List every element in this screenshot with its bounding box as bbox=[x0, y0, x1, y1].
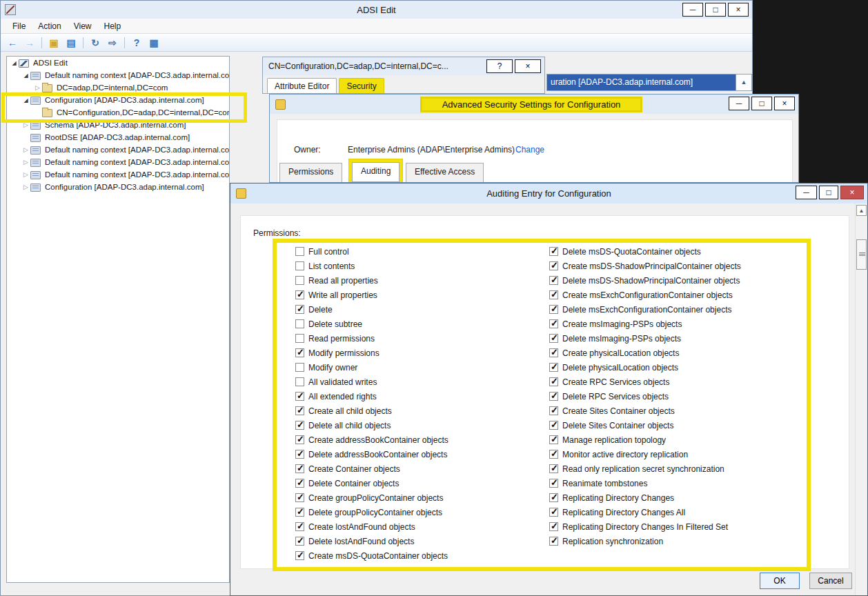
checked-checkbox[interactable] bbox=[549, 435, 558, 444]
checked-checkbox[interactable] bbox=[549, 276, 558, 285]
checked-checkbox[interactable] bbox=[549, 493, 558, 502]
expander-expanded-icon[interactable]: ◢ bbox=[10, 60, 19, 66]
maximize-button[interactable]: □ bbox=[705, 3, 726, 17]
advanced-titlebar[interactable]: Advanced Security Settings for Configura… bbox=[270, 95, 798, 114]
checked-checkbox[interactable] bbox=[295, 537, 304, 546]
expander-collapsed-icon[interactable]: ▷ bbox=[21, 183, 30, 190]
expander-collapsed-icon[interactable]: ▷ bbox=[21, 121, 30, 128]
refresh-icon[interactable]: ↻ bbox=[88, 36, 103, 50]
unchecked-checkbox[interactable] bbox=[295, 261, 304, 270]
checked-checkbox[interactable] bbox=[549, 537, 558, 546]
new-window-icon[interactable]: ▣ bbox=[46, 36, 61, 50]
checked-checkbox[interactable] bbox=[295, 522, 304, 531]
tree-item[interactable]: ▷DC=adap,DC=internal,DC=com bbox=[7, 81, 229, 94]
checked-checkbox[interactable] bbox=[295, 421, 304, 430]
export-list-icon[interactable]: ⇨ bbox=[105, 36, 120, 50]
expander-collapsed-icon[interactable]: ▷ bbox=[21, 171, 30, 178]
tree-item[interactable]: ◢Configuration [ADAP-DC3.adap.internal.c… bbox=[7, 94, 229, 106]
checked-checkbox[interactable] bbox=[549, 450, 558, 459]
close-button[interactable]: × bbox=[840, 186, 864, 199]
scroll-up-icon[interactable]: ▲ bbox=[856, 205, 867, 216]
expander-collapsed-icon[interactable]: ▷ bbox=[33, 84, 42, 91]
ok-button[interactable]: OK bbox=[760, 573, 800, 589]
tree-item[interactable]: ▷Schema [ADAP-DC3.adap.internal.com] bbox=[7, 119, 229, 131]
unchecked-checkbox[interactable] bbox=[295, 363, 304, 372]
checked-checkbox[interactable] bbox=[549, 479, 558, 488]
vertical-scrollbar[interactable]: ▲ bbox=[855, 203, 867, 595]
main-titlebar[interactable]: ADSI Edit ─ □ × bbox=[1, 1, 752, 19]
properties-titlebar[interactable]: CN=Configuration,DC=adap,DC=internal,DC=… bbox=[263, 57, 544, 75]
tab-effective-access[interactable]: Effective Access bbox=[406, 163, 484, 183]
auditing-titlebar[interactable]: Auditing Entry for Configuration ─ □ × bbox=[230, 183, 867, 203]
show-console-tree-icon[interactable]: ▤ bbox=[63, 36, 79, 50]
scrollbar-thumb[interactable] bbox=[856, 239, 867, 270]
checked-checkbox[interactable] bbox=[549, 348, 558, 357]
checked-checkbox[interactable] bbox=[295, 551, 304, 560]
close-button[interactable]: × bbox=[515, 59, 541, 73]
expander-expanded-icon[interactable]: ◢ bbox=[21, 72, 30, 79]
checked-checkbox[interactable] bbox=[549, 377, 558, 386]
tab-security[interactable]: Security bbox=[339, 78, 384, 94]
checked-checkbox[interactable] bbox=[549, 522, 558, 531]
minimize-button[interactable]: ─ bbox=[682, 3, 703, 17]
tab-permissions[interactable]: Permissions bbox=[279, 163, 342, 183]
tree-item[interactable]: RootDSE [ADAP-DC3.adap.internal.com] bbox=[7, 131, 229, 143]
checked-checkbox[interactable] bbox=[549, 406, 558, 415]
unchecked-checkbox[interactable] bbox=[295, 276, 304, 285]
checked-checkbox[interactable] bbox=[549, 508, 558, 517]
menu-action[interactable]: Action bbox=[32, 20, 67, 32]
checked-checkbox[interactable] bbox=[549, 247, 558, 256]
forward-icon[interactable]: → bbox=[22, 36, 37, 50]
checked-checkbox[interactable] bbox=[549, 334, 558, 343]
checked-checkbox[interactable] bbox=[549, 290, 558, 299]
checked-checkbox[interactable] bbox=[295, 508, 304, 517]
help-button[interactable]: ? bbox=[486, 59, 513, 73]
checked-checkbox[interactable] bbox=[549, 421, 558, 430]
cancel-button[interactable]: Cancel bbox=[809, 573, 852, 589]
menu-file[interactable]: File bbox=[6, 20, 32, 32]
tree-item[interactable]: ▷Default naming context [ADAP-DC3.adap.i… bbox=[7, 156, 229, 168]
checked-checkbox[interactable] bbox=[295, 290, 304, 299]
properties-table-icon[interactable]: ▦ bbox=[146, 36, 161, 50]
checked-checkbox[interactable] bbox=[295, 450, 304, 459]
tree-item[interactable]: ▷Default naming context [ADAP-DC3.adap.i… bbox=[7, 168, 229, 181]
expander-expanded-icon[interactable]: ◢ bbox=[21, 97, 30, 103]
checked-checkbox[interactable] bbox=[295, 305, 304, 314]
tab-auditing[interactable]: Auditing bbox=[352, 162, 400, 182]
minimize-button[interactable]: ─ bbox=[729, 97, 749, 110]
expander-collapsed-icon[interactable]: ▷ bbox=[21, 159, 30, 166]
back-icon[interactable]: ← bbox=[5, 36, 20, 50]
tree-item[interactable]: CN=Configuration,DC=adap,DC=internal,DC=… bbox=[7, 106, 229, 119]
unchecked-checkbox[interactable] bbox=[295, 334, 304, 343]
help-icon[interactable]: ? bbox=[129, 36, 144, 50]
checked-checkbox[interactable] bbox=[295, 392, 304, 401]
checked-checkbox[interactable] bbox=[549, 392, 558, 401]
checked-checkbox[interactable] bbox=[295, 493, 304, 502]
checked-checkbox[interactable] bbox=[549, 305, 558, 314]
close-button[interactable]: × bbox=[774, 97, 795, 110]
checked-checkbox[interactable] bbox=[549, 363, 558, 372]
tree-item[interactable]: ▷Default naming context [ADAP-DC3.adap.i… bbox=[7, 143, 229, 156]
checked-checkbox[interactable] bbox=[549, 464, 558, 473]
change-owner-link[interactable]: Change bbox=[515, 145, 544, 155]
tree-item[interactable]: ◢Default naming context [ADAP-DC3.adap.i… bbox=[7, 69, 229, 81]
checked-checkbox[interactable] bbox=[295, 435, 304, 444]
unchecked-checkbox[interactable] bbox=[295, 319, 304, 328]
maximize-button[interactable]: □ bbox=[819, 186, 838, 199]
checked-checkbox[interactable] bbox=[295, 479, 304, 488]
checked-checkbox[interactable] bbox=[295, 348, 304, 357]
maximize-button[interactable]: □ bbox=[751, 97, 772, 110]
close-button[interactable]: × bbox=[728, 3, 749, 17]
expander-collapsed-icon[interactable]: ▷ bbox=[21, 146, 30, 153]
tree-item[interactable]: ▷Configuration [ADAP-DC3.adap.internal.c… bbox=[7, 181, 229, 193]
scroll-up-icon[interactable]: ▲ bbox=[736, 74, 751, 90]
unchecked-checkbox[interactable] bbox=[295, 377, 304, 386]
menu-view[interactable]: View bbox=[68, 20, 98, 32]
unchecked-checkbox[interactable] bbox=[295, 247, 304, 256]
tab-attribute-editor[interactable]: Attribute Editor bbox=[267, 78, 337, 94]
checked-checkbox[interactable] bbox=[549, 261, 558, 270]
tree-item[interactable]: ◢ADSI Edit bbox=[7, 57, 229, 69]
menu-help[interactable]: Help bbox=[98, 20, 128, 32]
checked-checkbox[interactable] bbox=[295, 406, 304, 415]
checked-checkbox[interactable] bbox=[549, 319, 558, 328]
